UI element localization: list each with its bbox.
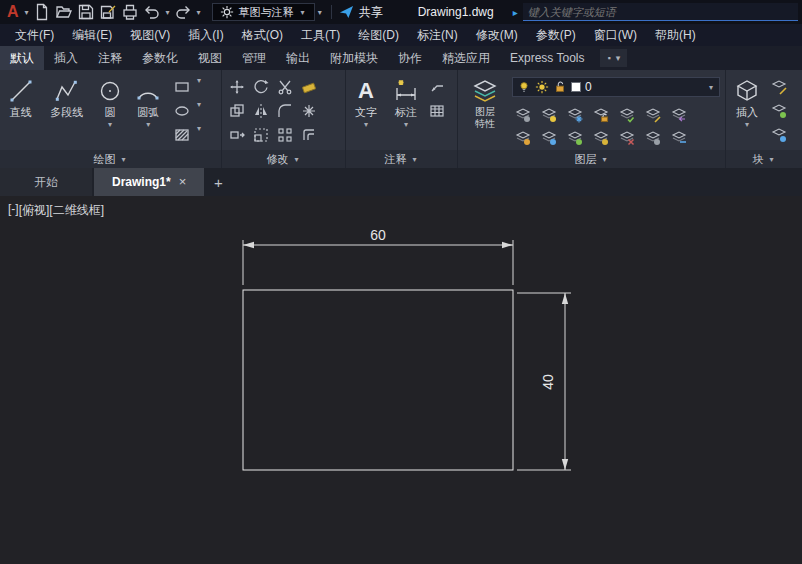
- layer-unlock-icon[interactable]: [512, 127, 534, 149]
- ribbon-tab-annotate[interactable]: 注释: [88, 46, 132, 70]
- block-attribute-icon[interactable]: [768, 124, 790, 146]
- layer-previous-icon[interactable]: [668, 104, 690, 126]
- model-space-drawing[interactable]: 60 40: [0, 196, 802, 564]
- polyline-tool[interactable]: 多段线: [41, 70, 92, 150]
- open-file-button[interactable]: [54, 2, 75, 22]
- rectangle-caret-icon[interactable]: ▾: [195, 76, 219, 100]
- layer-fade-icon[interactable]: [668, 127, 690, 149]
- draw-panel-label[interactable]: 绘图 ▾: [0, 150, 221, 168]
- new-file-button[interactable]: [32, 2, 53, 22]
- layer-select-dropdown[interactable]: 0 ▾: [512, 77, 720, 97]
- ribbon-tab-addins[interactable]: 附加模块: [320, 46, 388, 70]
- layer-freeze-icon[interactable]: [564, 104, 586, 126]
- menu-drawing[interactable]: 绘图(D): [349, 24, 408, 46]
- redo-caret-icon[interactable]: ▾: [195, 8, 203, 17]
- fillet-icon[interactable]: [274, 100, 296, 122]
- block-define-icon[interactable]: [768, 100, 790, 122]
- layer-state-icon[interactable]: [642, 127, 664, 149]
- ellipse-tool-icon[interactable]: [171, 100, 193, 122]
- menu-format[interactable]: 格式(O): [233, 24, 292, 46]
- menu-modify[interactable]: 修改(M): [467, 24, 527, 46]
- menu-tools[interactable]: 工具(T): [292, 24, 349, 46]
- hatch-tool-icon[interactable]: [171, 124, 193, 146]
- ribbon-tab-insert[interactable]: 插入: [44, 46, 88, 70]
- drawing1-tab[interactable]: Drawing1* ×: [94, 168, 204, 196]
- mirror-icon[interactable]: [250, 100, 272, 122]
- arc-tool[interactable]: 圆弧 ▾: [128, 70, 169, 150]
- trim-icon[interactable]: [274, 76, 296, 98]
- menu-edit[interactable]: 编辑(E): [63, 24, 121, 46]
- menu-view[interactable]: 视图(V): [121, 24, 179, 46]
- annotation-panel-label[interactable]: 注释 ▾: [346, 150, 457, 168]
- ribbon-tab-collaborate[interactable]: 协作: [388, 46, 432, 70]
- menu-parametric[interactable]: 参数(P): [527, 24, 585, 46]
- layer-off-icon[interactable]: [512, 104, 534, 126]
- search-input[interactable]: [523, 3, 798, 21]
- leader-icon[interactable]: [426, 76, 448, 98]
- close-tab-icon[interactable]: ×: [179, 168, 187, 196]
- line-tool[interactable]: 直线: [0, 70, 41, 150]
- app-menu-caret-icon[interactable]: ▾: [23, 8, 31, 17]
- layer-merge-icon[interactable]: [590, 127, 612, 149]
- save-button[interactable]: [76, 2, 97, 22]
- move-icon[interactable]: [226, 76, 248, 98]
- ribbon-tab-parametric[interactable]: 参数化: [132, 46, 188, 70]
- redo-button[interactable]: [173, 2, 194, 22]
- plot-button[interactable]: [120, 2, 141, 22]
- save-as-button[interactable]: [98, 2, 119, 22]
- hatch-caret-icon[interactable]: ▾: [195, 124, 219, 148]
- workspace-switcher[interactable]: 草图与注释 ▾: [212, 3, 315, 21]
- circle-tool[interactable]: 圆 ▾: [92, 70, 127, 150]
- ellipse-caret-icon[interactable]: ▾: [195, 100, 219, 124]
- ribbon-tab-manage[interactable]: 管理: [232, 46, 276, 70]
- search-arrow-icon[interactable]: ▸: [513, 7, 518, 18]
- modify-panel-label[interactable]: 修改 ▾: [222, 150, 345, 168]
- app-logo[interactable]: A: [4, 0, 22, 24]
- layer-properties-button[interactable]: 图层 特性: [460, 70, 510, 129]
- drawing-canvas[interactable]: [-] [俯视] [二维线框] 60 40: [0, 196, 802, 564]
- undo-caret-icon[interactable]: ▾: [164, 8, 172, 17]
- ribbon-tab-home[interactable]: 默认: [0, 46, 44, 70]
- rectangle-entity[interactable]: [243, 290, 513, 470]
- text-tool[interactable]: A 文字 ▾: [346, 70, 386, 150]
- menu-help[interactable]: 帮助(H): [646, 24, 705, 46]
- table-icon[interactable]: [426, 100, 448, 122]
- layers-panel-label[interactable]: 图层 ▾: [458, 150, 725, 168]
- height-dimension[interactable]: 40: [517, 293, 571, 470]
- new-drawing-tab-button[interactable]: +: [206, 168, 230, 196]
- array-icon[interactable]: [274, 124, 296, 146]
- menu-dimension[interactable]: 标注(N): [408, 24, 467, 46]
- offset-icon[interactable]: [298, 124, 320, 146]
- erase-icon[interactable]: [298, 76, 320, 98]
- layer-lock-tool-icon[interactable]: [590, 104, 612, 126]
- menu-file[interactable]: 文件(F): [6, 24, 63, 46]
- ribbon-tab-express[interactable]: Express Tools: [500, 46, 594, 70]
- ribbon-tab-featured[interactable]: 精选应用: [432, 46, 500, 70]
- layer-isolate-icon[interactable]: [538, 104, 560, 126]
- insert-block-tool[interactable]: 插入 ▾: [726, 70, 768, 150]
- ribbon-display-toggle[interactable]: ▪ ▾: [600, 49, 627, 67]
- width-dimension[interactable]: 60: [243, 227, 513, 285]
- stretch-icon[interactable]: [226, 124, 248, 146]
- scale-icon[interactable]: [250, 124, 272, 146]
- share-button[interactable]: 共享: [339, 4, 383, 21]
- block-panel-label[interactable]: 块 ▾: [726, 150, 802, 168]
- start-tab[interactable]: 开始: [0, 168, 92, 196]
- dimension-tool[interactable]: 标注 ▾: [386, 70, 426, 150]
- ribbon-tab-view[interactable]: 视图: [188, 46, 232, 70]
- layer-match-icon[interactable]: [642, 104, 664, 126]
- layer-delete-icon[interactable]: [616, 127, 638, 149]
- ribbon-tab-output[interactable]: 输出: [276, 46, 320, 70]
- block-edit-icon[interactable]: [768, 76, 790, 98]
- explode-icon[interactable]: [298, 100, 320, 122]
- layer-walk-icon[interactable]: [538, 127, 560, 149]
- rotate-icon[interactable]: [250, 76, 272, 98]
- menu-window[interactable]: 窗口(W): [585, 24, 646, 46]
- copy-icon[interactable]: [226, 100, 248, 122]
- layer-thaw-icon[interactable]: [564, 127, 586, 149]
- layer-current-icon[interactable]: [616, 104, 638, 126]
- rectangle-tool-icon[interactable]: [171, 76, 193, 98]
- undo-button[interactable]: [142, 2, 163, 22]
- menu-insert[interactable]: 插入(I): [179, 24, 232, 46]
- qat-customize-caret-icon[interactable]: ▾: [316, 8, 324, 17]
